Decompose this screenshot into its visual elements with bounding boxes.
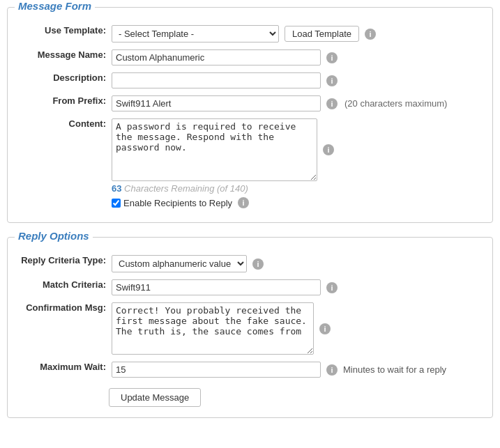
confirmation-msg-label: Confirmation Msg: bbox=[18, 299, 109, 358]
description-label: Description: bbox=[18, 69, 109, 92]
chars-remaining-count: 63 bbox=[112, 183, 121, 194]
reply-options-section: Reply Options Reply Criteria Type: Custo… bbox=[7, 237, 493, 418]
message-name-row: Message Name: i bbox=[18, 46, 482, 69]
message-name-label: Message Name: bbox=[18, 46, 109, 69]
description-field-row: i bbox=[112, 72, 479, 88]
content-label: Content: bbox=[18, 115, 109, 212]
use-template-cell: - Select Template - Load Template i bbox=[109, 22, 482, 46]
maximum-wait-field-row: i Minutes to wait for a reply bbox=[112, 362, 479, 378]
match-criteria-row: Match Criteria: i bbox=[18, 276, 482, 299]
maximum-wait-label: Maximum Wait: bbox=[18, 358, 109, 381]
match-criteria-label: Match Criteria: bbox=[18, 276, 109, 299]
reply-criteria-type-row: Reply Criteria Type: Custom alphanumeric… bbox=[18, 252, 482, 276]
content-textarea[interactable]: A password is required to receive the me… bbox=[112, 118, 317, 181]
message-name-info-icon[interactable]: i bbox=[326, 52, 338, 63]
reply-options-table: Reply Criteria Type: Custom alphanumeric… bbox=[18, 252, 482, 381]
enable-reply-label: Enable Recipients to Reply bbox=[123, 198, 232, 208]
maximum-wait-note: Minutes to wait for a reply bbox=[343, 364, 446, 375]
from-prefix-info-icon[interactable]: i bbox=[326, 98, 338, 109]
match-criteria-info-icon[interactable]: i bbox=[326, 282, 338, 293]
confirmation-msg-info-icon[interactable]: i bbox=[319, 323, 331, 334]
chars-remaining-label: Characters Remaining (of 140) bbox=[124, 183, 248, 194]
content-row: Content: A password is required to recei… bbox=[18, 115, 482, 212]
use-template-info-icon[interactable]: i bbox=[365, 29, 376, 40]
from-prefix-field-row: i (20 characters maximum) bbox=[112, 95, 479, 111]
description-row: Description: i bbox=[18, 69, 482, 92]
message-form-table: Use Template: - Select Template - Load T… bbox=[18, 22, 482, 212]
content-cell: A password is required to receive the me… bbox=[109, 115, 482, 212]
enable-reply-info-icon[interactable]: i bbox=[238, 197, 249, 208]
reply-criteria-type-label: Reply Criteria Type: bbox=[18, 252, 109, 276]
confirmation-msg-row: Confirmation Msg: Correct! You probably … bbox=[18, 299, 482, 358]
content-field-row: A password is required to receive the me… bbox=[112, 118, 479, 181]
description-input[interactable] bbox=[112, 72, 321, 88]
chars-remaining: 63 Characters Remaining (of 140) bbox=[112, 183, 479, 194]
from-prefix-cell: i (20 characters maximum) bbox=[109, 92, 482, 115]
confirmation-msg-field-row: Correct! You probably received the first… bbox=[112, 302, 479, 355]
from-prefix-row: From Prefix: i (20 characters maximum) bbox=[18, 92, 482, 115]
confirmation-msg-cell: Correct! You probably received the first… bbox=[109, 299, 482, 358]
from-prefix-input[interactable] bbox=[112, 95, 321, 111]
match-criteria-input[interactable] bbox=[112, 279, 321, 295]
message-name-cell: i bbox=[109, 46, 482, 69]
reply-criteria-type-select[interactable]: Custom alphanumeric value Exact match Co… bbox=[112, 255, 247, 272]
template-select[interactable]: - Select Template - bbox=[112, 25, 279, 43]
reply-criteria-type-cell: Custom alphanumeric value Exact match Co… bbox=[109, 252, 482, 276]
update-message-button[interactable]: Update Message bbox=[109, 388, 201, 407]
use-template-field-row: - Select Template - Load Template i bbox=[112, 25, 479, 43]
reply-criteria-type-info-icon[interactable]: i bbox=[252, 258, 264, 270]
use-template-label: Use Template: bbox=[18, 22, 109, 46]
reply-criteria-type-field-row: Custom alphanumeric value Exact match Co… bbox=[112, 255, 479, 272]
from-prefix-note: (20 characters maximum) bbox=[344, 98, 447, 109]
message-form-section: Message Form Use Template: - Select Temp… bbox=[7, 7, 493, 223]
message-name-field-row: i bbox=[112, 49, 479, 65]
confirmation-msg-textarea[interactable]: Correct! You probably received the first… bbox=[112, 302, 314, 355]
maximum-wait-cell: i Minutes to wait for a reply bbox=[109, 358, 482, 381]
content-info-icon[interactable]: i bbox=[323, 144, 334, 155]
enable-reply-checkbox[interactable] bbox=[112, 199, 121, 208]
match-criteria-cell: i bbox=[109, 276, 482, 299]
message-name-input[interactable] bbox=[112, 49, 321, 65]
enable-reply-row: Enable Recipients to Reply i bbox=[112, 197, 479, 208]
maximum-wait-row: Maximum Wait: i Minutes to wait for a re… bbox=[18, 358, 482, 381]
description-info-icon[interactable]: i bbox=[326, 75, 338, 86]
message-form-title: Message Form bbox=[15, 0, 95, 12]
use-template-row: Use Template: - Select Template - Load T… bbox=[18, 22, 482, 46]
from-prefix-label: From Prefix: bbox=[18, 92, 109, 115]
reply-options-title: Reply Options bbox=[15, 230, 93, 242]
description-cell: i bbox=[109, 69, 482, 92]
maximum-wait-input[interactable] bbox=[112, 362, 321, 378]
load-template-button[interactable]: Load Template bbox=[285, 26, 359, 42]
maximum-wait-info-icon[interactable]: i bbox=[326, 364, 338, 376]
match-criteria-field-row: i bbox=[112, 279, 479, 295]
